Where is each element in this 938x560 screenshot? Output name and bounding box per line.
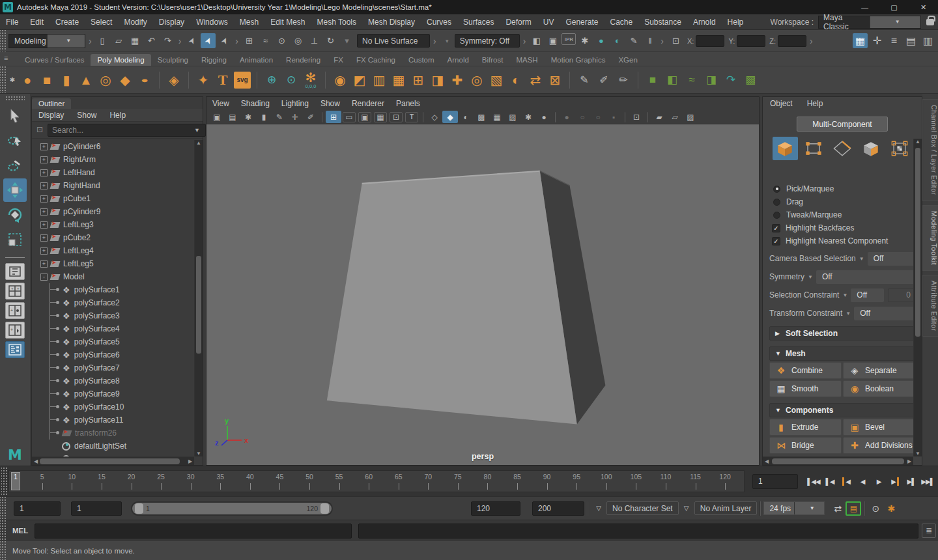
four-pane-layout[interactable]: ++ [5, 283, 25, 300]
current-frame-field[interactable]: 1 [752, 474, 798, 489]
mesh-command-button[interactable]: Combine [769, 362, 842, 379]
outliner-menu-item[interactable]: Help [103, 111, 132, 120]
svg-tool-icon[interactable] [233, 70, 252, 91]
group-divider[interactable]: › [235, 36, 238, 46]
play-forwards-button[interactable]: ▶ [871, 473, 887, 489]
expand-toggle[interactable]: + [40, 143, 48, 150]
split-pane-layout[interactable]: + [5, 322, 25, 339]
shelf-tab[interactable]: Poly Modeling [91, 54, 150, 66]
poly-cone-icon[interactable]: ▲ [76, 70, 96, 91]
shelf-tab[interactable]: Motion Graphics [545, 54, 612, 66]
render-setup-icon[interactable]: ◐ [610, 33, 625, 48]
undo-icon[interactable]: ↶ [144, 33, 159, 48]
outliner-row[interactable]: polySurface7 [32, 361, 203, 374]
select-camera-icon[interactable]: ▣ [209, 111, 225, 123]
animation-preferences-icon[interactable]: ✱ [883, 501, 899, 516]
menu-item[interactable]: Display [153, 18, 190, 27]
two-pane-layout[interactable]: + [5, 302, 25, 319]
shelf-tab[interactable]: Rendering [279, 54, 327, 66]
y-input[interactable] [737, 35, 765, 47]
drag-grip[interactable] [0, 30, 7, 51]
extrude-shelf-icon[interactable]: ◨ [428, 70, 448, 91]
exposure-icon[interactable]: ▨ [683, 111, 698, 123]
toolkit-menu-item[interactable]: Object [763, 99, 800, 108]
outliner-row[interactable]: + LeftLeg4 [32, 244, 203, 257]
menu-item[interactable]: Windows [190, 18, 234, 27]
menu-item[interactable]: File [0, 18, 24, 27]
scale-tool[interactable] [3, 228, 27, 251]
multi-component-button[interactable]: Multi-Component [797, 117, 888, 132]
scroll-right-icon[interactable]: ▶ [186, 458, 194, 464]
viewport-menu-item[interactable]: Lighting [276, 99, 315, 108]
menu-item[interactable]: Mesh Tools [311, 18, 362, 27]
script-editor-icon[interactable]: ≣ [922, 524, 936, 538]
mesh-command-button[interactable]: Smooth [769, 380, 842, 397]
select-hierarchy-icon[interactable]: ➤ [184, 33, 199, 48]
go-to-start-button[interactable]: ▌◀◀ [806, 473, 821, 489]
constraint-value-field[interactable]: Off [851, 288, 884, 302]
expand-toggle[interactable]: + [40, 234, 48, 242]
outliner-row[interactable]: + pCylinder6 [32, 140, 203, 153]
poly-torus-icon[interactable]: ◎ [96, 70, 115, 91]
loop-playback-icon[interactable]: ⇄ [830, 501, 846, 516]
absolute-transform-icon[interactable]: ⊡ [668, 33, 683, 48]
play-backwards-button[interactable]: ◀ [855, 473, 870, 489]
playblast-icon[interactable]: ▤ [846, 501, 861, 516]
uv-cylinder-icon[interactable]: ◨ [702, 70, 721, 91]
drag-grip[interactable] [5, 96, 25, 102]
outliner-row[interactable]: polySurface5 [32, 335, 203, 348]
snap-options-arrow-icon[interactable]: ▾ [339, 33, 354, 48]
expand-toggle[interactable]: + [40, 169, 48, 176]
light-editor-icon[interactable]: ✎ [626, 33, 641, 48]
expand-toggle[interactable]: - [40, 273, 48, 281]
lock-icon[interactable] [926, 19, 934, 25]
menu-item[interactable]: UV [537, 18, 560, 27]
shelf-tab[interactable]: Sculpting [151, 54, 195, 66]
uv-plane-icon[interactable]: ■ [643, 70, 662, 91]
poly-cube-icon[interactable]: ■ [37, 70, 57, 91]
symmetry-field[interactable]: Symmetry: Off [455, 34, 520, 48]
hypershade-icon[interactable]: ● [593, 33, 608, 48]
anti-alias-icon[interactable]: ○ [590, 111, 606, 123]
group-divider[interactable]: › [178, 36, 182, 46]
close-button[interactable]: ✕ [909, 0, 938, 14]
outliner-menu-item[interactable]: Show [70, 111, 103, 120]
poly-plane-icon[interactable]: ◆ [115, 70, 135, 91]
toolkit-horizontal-scrollbar[interactable]: ◀ ▶ [763, 456, 913, 465]
outliner-row[interactable]: + RightHand [32, 179, 203, 192]
checkbox-option[interactable]: ✓ Highlight Nearest Component [769, 234, 915, 247]
multi-component-mode-icon[interactable] [887, 137, 913, 160]
chevron-down-icon[interactable]: ▼ [794, 502, 825, 514]
snap-to-point-icon[interactable]: ⊙ [274, 33, 289, 48]
workspace-select[interactable]: Maya Classic ▼ [818, 16, 921, 29]
outliner-row[interactable]: + LeftLeg3 [32, 218, 203, 231]
menu-item[interactable]: Curves [421, 18, 457, 27]
scrollbar-thumb[interactable] [196, 256, 201, 354]
outliner-row[interactable]: + pCylinder9 [32, 205, 203, 218]
playback-speed-select[interactable]: 24 fps ▼ [763, 501, 825, 515]
chevron-down-icon[interactable]: ▼ [859, 256, 864, 262]
quad-draw-icon[interactable]: ✎ [575, 70, 594, 91]
range-end-handle[interactable] [320, 503, 329, 514]
set-driven-key-icon[interactable]: ⊙ [281, 70, 301, 91]
outliner-row[interactable]: + RightArm [32, 153, 203, 166]
shelf-tab[interactable]: Curves / Surfaces [18, 54, 91, 66]
tool-settings-button[interactable]: ▥ [920, 33, 935, 48]
camera-attributes-icon[interactable]: ✱ [240, 111, 256, 123]
shadows-icon[interactable]: ● [536, 111, 552, 123]
viewport-menu-item[interactable]: Renderer [346, 99, 390, 108]
snap-to-projected-center-icon[interactable]: ◎ [291, 33, 306, 48]
duplicate-face-icon[interactable]: ▧ [487, 70, 506, 91]
group-divider[interactable]: › [810, 36, 813, 46]
expand-toggle[interactable]: + [40, 195, 48, 203]
wireframe-icon[interactable]: ◇ [427, 111, 442, 123]
gate-mask-icon[interactable]: ▦ [374, 112, 387, 122]
outliner-row[interactable]: transform26 [32, 427, 203, 440]
outliner-menu-item[interactable]: Display [32, 111, 70, 120]
redo-icon[interactable]: ↷ [160, 33, 175, 48]
2d-pan-zoom-icon[interactable]: ✛ [287, 111, 303, 123]
render-settings-icon[interactable]: ✱ [577, 33, 592, 48]
outliner-horizontal-scrollbar[interactable]: ◀ ▶ [32, 456, 194, 465]
crease-tool-icon[interactable]: ✏ [614, 70, 633, 91]
depth-peeling-icon[interactable]: ▪ [606, 111, 621, 123]
